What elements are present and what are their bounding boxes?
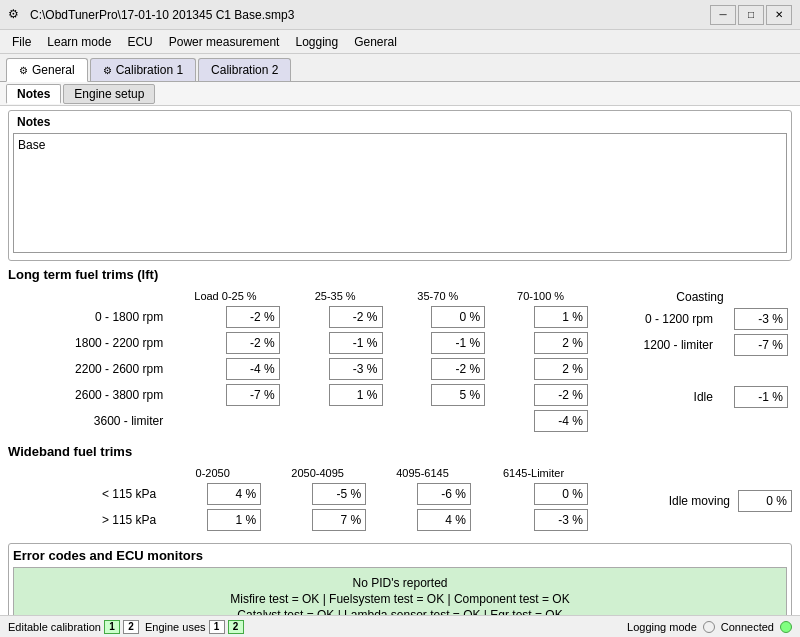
engine-badge-1[interactable]: 1 [209, 620, 225, 634]
tab-general-label: General [32, 63, 75, 77]
tab-calibration1-label: Calibration 1 [116, 63, 183, 77]
lft-table: Load 0-25 % 25-35 % 35-70 % 70-100 % 0 -… [8, 288, 592, 434]
wb-col-header-0: 0-2050 [160, 465, 265, 481]
subtab-engine-setup-label: Engine setup [74, 87, 144, 101]
lft-coasting-row-1: 1200 - limiter [608, 332, 792, 358]
wb-row-0-label: < 115 kPa [8, 481, 160, 507]
connected-dot [780, 621, 792, 633]
wideband-table: 0-2050 2050-4095 4095-6145 6145-Limiter … [8, 465, 592, 533]
lft-r1-c3[interactable] [534, 332, 588, 354]
lft-r2-c3[interactable] [534, 358, 588, 380]
idle-moving-label: Idle moving [669, 494, 730, 508]
notes-title: Notes [13, 115, 787, 129]
connected-label: Connected [721, 621, 774, 633]
lft-r3-c2[interactable] [431, 384, 485, 406]
engine-uses-segment: Engine uses 1 2 [145, 620, 244, 634]
lft-coasting-row-0: 0 - 1200 rpm [608, 306, 792, 332]
lft-row-2-label: 2200 - 2600 rpm [8, 356, 167, 382]
lft-r3-c0[interactable] [226, 384, 280, 406]
lft-title: Long term fuel trims (lft) [8, 267, 792, 282]
lft-r0-c1[interactable] [329, 306, 383, 328]
error-section: Error codes and ECU monitors No PID's re… [8, 543, 792, 615]
lft-col-header-0: Load 0-25 % [167, 288, 284, 304]
menu-ecu[interactable]: ECU [119, 33, 160, 51]
tabbar: ⚙ General ⚙ Calibration 1 Calibration 2 [0, 54, 800, 82]
editable-calibration-label: Editable calibration [8, 621, 101, 633]
lft-r4-c3[interactable] [534, 410, 588, 432]
lft-coasting-r0[interactable] [734, 308, 788, 330]
window-title: C:\ObdTunerPro\17-01-10 201345 C1 Base.s… [30, 8, 710, 22]
lft-r2-c0[interactable] [226, 358, 280, 380]
lft-idle-label: Idle [608, 384, 717, 410]
menu-learn-mode[interactable]: Learn mode [39, 33, 119, 51]
lft-col-header-3: 70-100 % [489, 288, 592, 304]
general-tab-icon: ⚙ [19, 65, 28, 76]
lft-r1-c2[interactable] [431, 332, 485, 354]
cal1-tab-icon: ⚙ [103, 65, 112, 76]
subtab-engine-setup[interactable]: Engine setup [63, 84, 155, 104]
lft-r3-c1[interactable] [329, 384, 383, 406]
wb-r1-c0[interactable] [207, 509, 261, 531]
lft-r0-c0[interactable] [226, 306, 280, 328]
wb-r0-c1[interactable] [312, 483, 366, 505]
lft-row-1-label: 1800 - 2200 rpm [8, 330, 167, 356]
maximize-button[interactable]: □ [738, 5, 764, 25]
tab-calibration1[interactable]: ⚙ Calibration 1 [90, 58, 196, 81]
lft-row-0-label: 0 - 1800 rpm [8, 304, 167, 330]
engine-badge-2[interactable]: 2 [228, 620, 244, 634]
lft-r2-c2[interactable] [431, 358, 485, 380]
lft-row-1: 1800 - 2200 rpm [8, 330, 592, 356]
menu-general[interactable]: General [346, 33, 405, 51]
lft-coasting-row-1-label: 1200 - limiter [608, 332, 717, 358]
lft-r0-c2[interactable] [431, 306, 485, 328]
right-status: Logging mode Connected [627, 621, 792, 633]
lft-r2-c1[interactable] [329, 358, 383, 380]
notes-textarea[interactable] [13, 133, 787, 253]
lft-coasting-table: Coasting 0 - 1200 rpm 1200 - limiter [608, 288, 792, 410]
wb-col-header-2: 4095-6145 [370, 465, 475, 481]
wideband-title: Wideband fuel trims [8, 444, 792, 459]
lft-row-0: 0 - 1800 rpm [8, 304, 592, 330]
wb-r0-c3[interactable] [534, 483, 588, 505]
window-controls: ─ □ ✕ [710, 5, 792, 25]
editable-badge-2[interactable]: 2 [123, 620, 139, 634]
subtab-notes[interactable]: Notes [6, 84, 61, 104]
lft-row-4-label: 3600 - limiter [8, 408, 167, 434]
coasting-header: Coasting [608, 288, 792, 306]
wb-row-1: > 115 kPa [8, 507, 592, 533]
close-button[interactable]: ✕ [766, 5, 792, 25]
wb-r0-c0[interactable] [207, 483, 261, 505]
statusbar: Editable calibration 1 2 Engine uses 1 2… [0, 615, 800, 637]
wb-col-header-3: 6145-Limiter [475, 465, 592, 481]
lft-r1-c0[interactable] [226, 332, 280, 354]
menu-logging[interactable]: Logging [287, 33, 346, 51]
subtabbar: Notes Engine setup [0, 82, 800, 106]
lft-coasting-row-0-label: 0 - 1200 rpm [608, 306, 717, 332]
lft-idle-value[interactable] [734, 386, 788, 408]
tab-calibration2-label: Calibration 2 [211, 63, 278, 77]
wb-r1-c2[interactable] [417, 509, 471, 531]
error-section-title: Error codes and ECU monitors [13, 548, 787, 563]
app-icon: ⚙ [8, 7, 24, 23]
wb-r0-c2[interactable] [417, 483, 471, 505]
lft-r3-c3[interactable] [534, 384, 588, 406]
tab-general[interactable]: ⚙ General [6, 58, 88, 82]
lft-section: Long term fuel trims (lft) Load 0-25 % 2… [8, 267, 792, 438]
titlebar: ⚙ C:\ObdTunerPro\17-01-10 201345 C1 Base… [0, 0, 800, 30]
minimize-button[interactable]: ─ [710, 5, 736, 25]
lft-r1-c1[interactable] [329, 332, 383, 354]
menu-power-measurement[interactable]: Power measurement [161, 33, 288, 51]
wideband-section: Wideband fuel trims 0-2050 2050-4095 409… [8, 444, 792, 537]
tab-calibration2[interactable]: Calibration 2 [198, 58, 291, 81]
editable-badge-1[interactable]: 1 [104, 620, 120, 634]
notes-section: Notes [8, 110, 792, 261]
wb-r1-c1[interactable] [312, 509, 366, 531]
subtab-notes-label: Notes [17, 87, 50, 101]
idle-moving-value[interactable] [738, 490, 792, 512]
wb-row-0: < 115 kPa [8, 481, 592, 507]
menu-file[interactable]: File [4, 33, 39, 51]
lft-row-3-label: 2600 - 3800 rpm [8, 382, 167, 408]
lft-r0-c3[interactable] [534, 306, 588, 328]
lft-coasting-r1[interactable] [734, 334, 788, 356]
wb-r1-c3[interactable] [534, 509, 588, 531]
